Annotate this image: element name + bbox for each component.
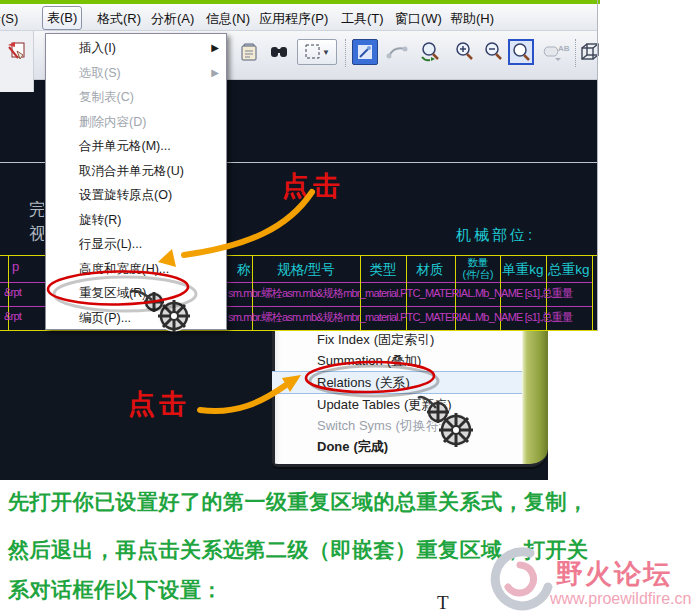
select-box-caret-icon[interactable]: ▼ [322,48,330,57]
paste-icon[interactable] [237,39,263,65]
watermark-title: 野火论坛 [556,556,672,592]
menu-help[interactable]: 帮助(H) [446,8,498,30]
window-edge [597,0,598,331]
zoom-out-icon[interactable] [480,39,506,65]
popup-item-done[interactable]: Done(完成) [272,436,548,457]
column-header: 数量 [468,257,489,268]
zoom-window-icon[interactable] [508,39,534,65]
popup-item-relations[interactable]: Relations(关系) [272,371,522,394]
menu-analysis[interactable]: 分析(A) [147,8,198,30]
menu-bar: 绘(S) 表(B) 格式(R) 分析(A) 信息(N) 应用程序(P) 工具(T… [0,4,598,31]
wildfire-logo-icon [478,545,558,614]
publish-icon[interactable] [4,38,30,64]
menu-item-repeat-region[interactable]: 重复区域(R)... [46,281,226,306]
menu-table[interactable]: 表(B) [42,6,82,30]
table-row: &rpt [4,286,44,298]
table-border [592,255,593,330]
menu-info[interactable]: 信息(N) [202,8,254,30]
select-box-icon[interactable]: ▼ [297,39,337,65]
menu-item-pagination[interactable]: 编页(P)... [46,306,226,331]
table-row: &rpt [4,310,44,322]
partial-header-cell: p [12,259,26,274]
zoom-in-icon[interactable] [451,39,477,65]
partial-glyph: 完 [29,198,44,221]
menu-format[interactable]: 格式(R) [93,8,145,30]
left-toolbar-strip [0,31,34,92]
table-menu-dropdown: 插入(I)▶ 选取(S)▶ 复制表(C) 删除内容(D) 合并单元格(M)...… [45,33,227,330]
text-cursor: T [437,592,449,614]
menu-item-merge-cells[interactable]: 合并单元格(M)... [46,134,226,159]
click-annotation-1: 点击 [282,168,344,204]
menu-item-set-rotation-origin[interactable]: 设置旋转原点(O) [46,183,226,208]
table-border [0,330,597,331]
menu-item-delete-contents[interactable]: 删除内容(D) [46,110,226,135]
menu-item-copy-table[interactable]: 复制表(C) [46,85,226,110]
instruction-line-1: 先打开你已设置好了的第一级重复区域的总重关系式，复制， [8,488,589,516]
zoom-refresh-icon[interactable] [417,39,443,65]
partial-header-cell: 称 [237,261,252,279]
menu-item-row-display[interactable]: 行显示(L)... [46,232,226,257]
submenu-arrow-icon: ▶ [211,61,219,86]
menu-item-select[interactable]: 选取(S)▶ [46,61,226,86]
popup-item-summation[interactable]: Summation(叠加) [272,350,548,371]
column-header-sub: (件/台) [463,269,494,280]
menu-tools[interactable]: 工具(T) [337,8,388,30]
submenu-arrow-icon: ▶ [211,36,219,61]
column-header: 单重kg [502,261,543,279]
menu-applications[interactable]: 应用程序(P) [255,8,332,30]
menu-item-height-width[interactable]: 高度和宽度(H)... [46,257,226,282]
rename-icon: AB [542,39,574,65]
menu-item-insert[interactable]: 插入(I)▶ [46,36,226,61]
watermark-url[interactable]: www.proewildfire.cn [550,590,691,608]
view-cube-icon[interactable] [577,39,603,65]
menu-sketch[interactable]: 绘(S) [0,8,22,30]
popup-item-fix-index[interactable]: Fix Index(固定索引) [272,329,548,350]
menu-item-unmerge-cells[interactable]: 取消合并单元格(U) [46,159,226,184]
click-annotation-2: 点击 [128,386,190,422]
repeat-region-popup-menu: Fix Index(固定索引) Summation(叠加) Relations(… [272,326,548,467]
machine-section-label: 机械部位: [456,226,535,245]
column-header: 总重kg [548,261,589,279]
table-row: sm.mbr.螺栓asm.mb&规格mbr_material.PTC_MATER… [228,310,591,325]
instruction-line-3: 系对话框作以下设置： [8,576,223,604]
table-row: sm.mbr.螺栓asm.mb&规格mbr_material.PTC_MATER… [228,286,591,301]
popup-item-update-tables[interactable]: Update Tables(更新表) [272,394,548,415]
column-header: 材质 [417,261,444,279]
svg-text:AB: AB [558,44,570,53]
menu-item-rotate[interactable]: 旋转(R) [46,208,226,233]
menu-window[interactable]: 窗口(W) [391,8,446,30]
column-header: 规格/型号 [277,261,335,279]
popup-item-switch-syms[interactable]: Switch Syms(切换符号) [272,415,548,436]
sketch-mode-icon[interactable] [352,39,378,65]
find-icon[interactable] [266,39,292,65]
partial-glyph: 视 [29,222,44,245]
chain-icon [384,39,410,65]
column-header: 类型 [370,261,397,279]
